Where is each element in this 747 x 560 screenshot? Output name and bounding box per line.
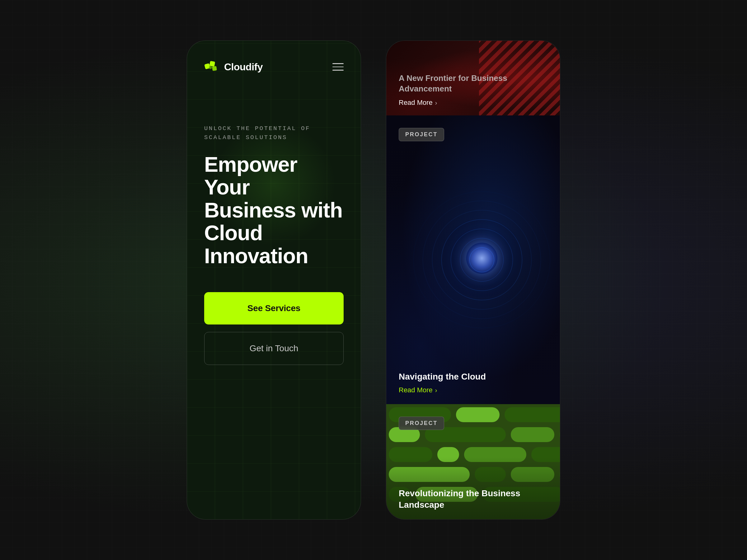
get-in-touch-button[interactable]: Get in Touch <box>204 332 344 365</box>
card-bottom-title: Revolutionizing the Business Landscape <box>399 488 560 510</box>
navigation: Cloudify <box>204 59 344 74</box>
hamburger-menu[interactable] <box>332 63 344 71</box>
read-more-green-label: Read More <box>399 386 433 394</box>
hamburger-line-2 <box>332 66 344 68</box>
card-middle-project-badge: PROJECT <box>399 128 444 141</box>
card-top-read-more[interactable]: Read More › <box>399 99 560 107</box>
svg-rect-1 <box>209 61 215 67</box>
sphere-center <box>466 243 497 274</box>
svg-rect-2 <box>212 66 217 71</box>
logo-icon <box>204 59 219 74</box>
card-middle-read-more[interactable]: Read More › <box>399 386 486 394</box>
card-top-text: A New Frontier for Business Advancement … <box>399 73 560 107</box>
card-top-title: A New Frontier for Business Advancement <box>399 73 560 94</box>
read-more-label: Read More <box>399 99 433 107</box>
card-bottom-text: Revolutionizing the Business Landscape <box>399 488 560 510</box>
card-middle-title: Navigating the Cloud <box>399 372 486 382</box>
card-middle: PROJECT Navigating the Cloud Read More › <box>386 115 560 404</box>
right-phone: A New Frontier for Business Advancement … <box>386 41 560 519</box>
chevron-right-green-icon: › <box>435 387 437 394</box>
card-bottom: PROJECT Revolutionizing the Business Lan… <box>386 404 560 519</box>
card-middle-text: Navigating the Cloud Read More › <box>399 372 486 394</box>
logo-text: Cloudify <box>224 61 263 73</box>
hero-label: Unlock the Potential of Scalable Solutio… <box>204 124 344 142</box>
card-bottom-project-badge: PROJECT <box>399 417 444 430</box>
svg-point-3 <box>209 66 212 69</box>
hamburger-line-1 <box>332 63 344 64</box>
hero-title: Empower Your Business with Cloud Innovat… <box>204 153 344 267</box>
see-services-button[interactable]: See Services <box>204 292 344 324</box>
hamburger-line-3 <box>332 70 344 71</box>
left-phone: Cloudify Unlock the Potential of Scalabl… <box>187 41 361 519</box>
chevron-right-icon: › <box>435 99 437 106</box>
card-top: A New Frontier for Business Advancement … <box>386 41 560 115</box>
logo-area: Cloudify <box>204 59 263 74</box>
